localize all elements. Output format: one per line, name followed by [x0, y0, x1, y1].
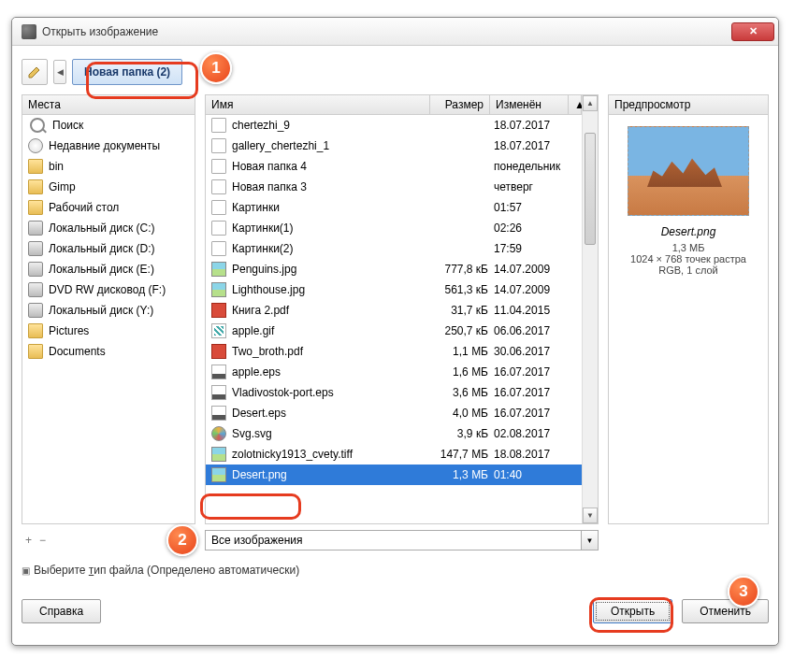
file-size: 147,7 МБ: [434, 448, 494, 461]
places-panel: Места ПоискНедавние документыbinGimpРабо…: [22, 94, 195, 524]
file-row[interactable]: apple.gif250,7 кБ06.06.2017: [206, 321, 582, 341]
file-size: 1,3 МБ: [434, 468, 494, 481]
file-date: 11.04.2015: [494, 304, 576, 317]
place-item[interactable]: Недавние документы: [22, 136, 195, 156]
col-date[interactable]: Изменён: [490, 95, 569, 114]
file-row[interactable]: Penguins.jpg777,8 кБ14.07.2009: [206, 259, 582, 279]
file-row[interactable]: Two_broth.pdf1,1 МБ30.06.2017: [206, 341, 582, 362]
places-header: Места: [22, 95, 195, 115]
place-item[interactable]: Локальный диск (Y:): [22, 300, 195, 321]
drive-icon: [28, 262, 43, 277]
place-label: Недавние документы: [49, 139, 160, 152]
place-item[interactable]: Pictures: [22, 321, 195, 341]
place-label: Локальный диск (C:): [49, 222, 155, 235]
file-row[interactable]: Картинки(2)17:59: [206, 238, 582, 259]
edit-path-button[interactable]: [22, 59, 48, 85]
remove-bookmark-button[interactable]: −: [39, 534, 46, 547]
path-bar: ◀ Новая папка (2): [22, 55, 769, 89]
file-size: 1,6 МБ: [434, 365, 494, 379]
file-name: Two_broth.pdf: [232, 345, 434, 358]
file-row[interactable]: gallery_chertezhi_118.07.2017: [206, 136, 582, 156]
file-row[interactable]: Картинки01:57: [206, 197, 582, 218]
drive-icon: [28, 221, 43, 236]
expand-icon: ▣: [22, 565, 30, 576]
file-type-expander[interactable]: ▣ Выберите тип файла (Определено автомат…: [22, 564, 769, 577]
file-filter[interactable]: Все изображения ▼: [205, 530, 599, 550]
col-size[interactable]: Размер: [430, 95, 490, 114]
file-row[interactable]: Vladivostok-port.eps3,6 МБ16.07.2017: [206, 382, 582, 403]
file-row[interactable]: Desert.eps4,0 МБ16.07.2017: [206, 403, 582, 423]
file-date: 02:26: [494, 222, 576, 235]
file-name: Desert.eps: [232, 407, 434, 420]
places-list: ПоискНедавние документыbinGimpРабочий ст…: [22, 115, 195, 523]
preview-filename: Desert.png: [661, 225, 716, 238]
file-row[interactable]: Новая папка 3четверг: [206, 177, 582, 197]
sort-indicator[interactable]: ▲: [569, 95, 582, 114]
file-name: Картинки: [232, 201, 434, 214]
place-label: Локальный диск (Y:): [49, 304, 153, 317]
col-name[interactable]: Имя: [206, 95, 430, 114]
search-icon: [30, 118, 45, 133]
open-image-dialog: Открыть изображение ✕ ◀ Новая папка (2) …: [11, 17, 779, 646]
file-row[interactable]: apple.eps1,6 МБ16.07.2017: [206, 362, 582, 382]
place-label: Локальный диск (D:): [49, 242, 155, 255]
place-item[interactable]: Поиск: [22, 115, 195, 136]
file-row[interactable]: Картинки(1)02:26: [206, 218, 582, 238]
file-date: 17:59: [494, 242, 576, 255]
file-name: apple.gif: [232, 324, 434, 337]
img-icon: [211, 282, 226, 297]
file-row[interactable]: Lighthouse.jpg561,3 кБ14.07.2009: [206, 279, 582, 300]
scroll-up-button[interactable]: ▲: [583, 95, 598, 111]
file-date: 16.07.2017: [494, 386, 576, 399]
path-back-button[interactable]: ◀: [53, 60, 66, 84]
scroll-thumb[interactable]: [585, 133, 596, 245]
breadcrumb-current[interactable]: Новая папка (2): [72, 59, 182, 85]
file-row[interactable]: Книга 2.pdf31,7 кБ11.04.2015: [206, 300, 582, 321]
file-filter-dropdown-button[interactable]: ▼: [582, 530, 599, 550]
scroll-down-button[interactable]: ▼: [583, 508, 598, 523]
scrollbar[interactable]: ▲ ▼: [582, 95, 598, 523]
bookmark-controls: + −: [22, 530, 195, 550]
file-name: Новая папка 4: [232, 160, 434, 173]
file-row[interactable]: chertezhi_918.07.2017: [206, 115, 582, 136]
folder-icon: [28, 200, 43, 215]
help-button[interactable]: Справка: [22, 599, 101, 623]
close-button[interactable]: ✕: [731, 22, 774, 41]
doc-icon: [211, 179, 226, 194]
gif-icon: [211, 323, 226, 338]
file-row[interactable]: zolotnicky1913_cvety.tiff147,7 МБ18.08.2…: [206, 444, 582, 465]
recent-icon: [28, 138, 43, 153]
file-row[interactable]: Svg.svg3,9 кБ02.08.2017: [206, 423, 582, 444]
place-item[interactable]: Gimp: [22, 177, 195, 197]
place-item[interactable]: Documents: [22, 341, 195, 362]
eps-icon: [211, 406, 226, 421]
img-icon: [211, 467, 226, 482]
place-label: Поиск: [52, 119, 83, 132]
place-item[interactable]: Локальный диск (D:): [22, 238, 195, 259]
file-row[interactable]: Новая папка 4понедельник: [206, 156, 582, 177]
titlebar: Открыть изображение ✕: [12, 18, 778, 46]
place-item[interactable]: Локальный диск (E:): [22, 259, 195, 279]
file-date: 14.07.2009: [494, 283, 576, 296]
file-list[interactable]: chertezhi_918.07.2017gallery_chertezhi_1…: [206, 115, 582, 523]
file-row[interactable]: Desert.png1,3 МБ01:40: [206, 465, 582, 485]
pencil-icon: [27, 64, 42, 79]
file-date: 18.07.2017: [494, 139, 576, 152]
place-item[interactable]: DVD RW дисковод (F:): [22, 279, 195, 300]
place-label: DVD RW дисковод (F:): [49, 283, 166, 296]
file-size: 777,8 кБ: [434, 263, 494, 276]
cancel-button[interactable]: Отменить: [682, 599, 769, 623]
file-name: Новая папка 3: [232, 180, 434, 193]
img-icon: [211, 447, 226, 462]
add-bookmark-button[interactable]: +: [25, 534, 32, 547]
preview-mode: RGB, 1 слой: [658, 265, 717, 276]
file-date: понедельник: [494, 160, 576, 173]
open-button[interactable]: Открыть: [593, 599, 672, 623]
place-item[interactable]: Локальный диск (C:): [22, 218, 195, 238]
file-name: Картинки(2): [232, 242, 434, 255]
file-date: 02.08.2017: [494, 427, 576, 440]
place-item[interactable]: Рабочий стол: [22, 197, 195, 218]
place-item[interactable]: bin: [22, 156, 195, 177]
pdf-icon: [211, 344, 226, 359]
file-name: chertezhi_9: [232, 119, 434, 132]
